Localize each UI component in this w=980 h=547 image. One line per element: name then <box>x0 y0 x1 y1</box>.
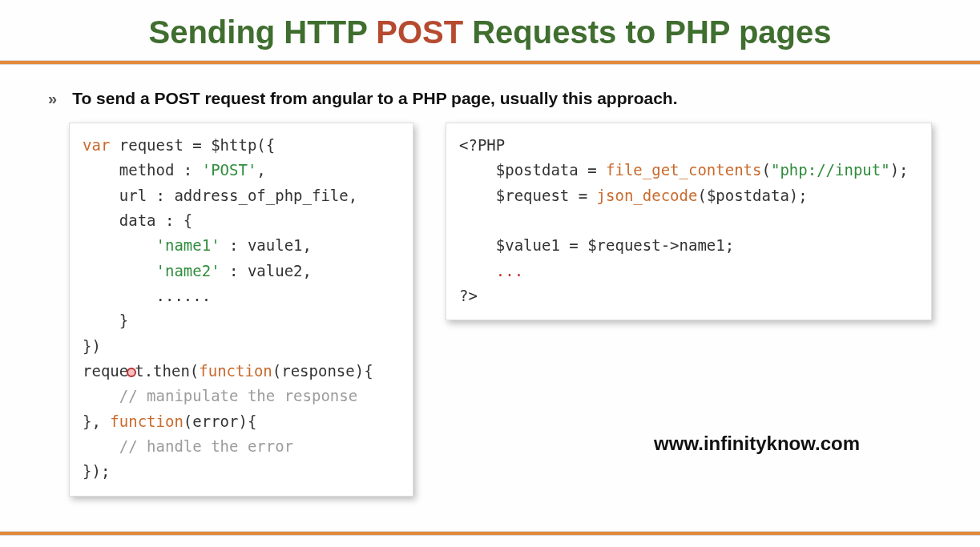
slide: Sending HTTP POST Requests to PHP pages … <box>0 0 980 547</box>
t <box>83 437 119 455</box>
kw-func: function <box>110 412 183 430</box>
t: $value1 = $request->name1; <box>459 236 734 254</box>
code-block-php: <?PHP $postdata = file_get_contents("php… <box>446 123 932 320</box>
dots: ...... <box>83 287 211 304</box>
slide-title: Sending HTTP POST Requests to PHP pages <box>0 0 980 60</box>
t: ($postdata); <box>697 187 807 204</box>
title-part-2: POST <box>376 14 463 50</box>
t: } <box>83 312 128 329</box>
str: "php://input" <box>771 161 890 179</box>
t: reque <box>83 362 128 380</box>
str: 'name2' <box>156 262 220 280</box>
kw-func: function <box>199 362 272 380</box>
title-part-3: Requests to PHP pages <box>463 14 831 50</box>
t: : value2, <box>220 262 312 280</box>
t <box>83 387 119 404</box>
t: request = $http({ <box>110 136 275 154</box>
comment: // handle the error <box>119 437 293 455</box>
t: , <box>256 161 265 179</box>
fn: file_get_contents <box>606 161 761 179</box>
title-part-1: Sending HTTP <box>148 14 376 50</box>
t: (error){ <box>183 412 257 430</box>
t: <?PHP <box>459 136 505 154</box>
comment: // manipulate the response <box>119 387 357 404</box>
t: method : <box>83 161 202 179</box>
dots: ... <box>459 262 523 280</box>
t: $request = <box>459 187 597 204</box>
watermark: www.infinityknow.com <box>654 432 860 455</box>
code-block-js: var request = $http({ method : 'POST', u… <box>69 123 413 497</box>
str: 'POST' <box>202 161 257 179</box>
t: ); <box>890 161 909 179</box>
content-area: » To send a POST request from angular to… <box>0 65 980 497</box>
t: (response){ <box>272 362 373 380</box>
t <box>83 262 156 280</box>
t: }) <box>83 337 101 355</box>
bullet-marker: » <box>48 90 54 108</box>
t: : vaule1, <box>220 236 312 254</box>
t: $postdata = <box>459 161 606 179</box>
str: 'name1' <box>156 236 220 254</box>
t: ?> <box>459 287 478 304</box>
t: data : { <box>83 211 192 229</box>
t: ( <box>762 161 771 179</box>
t: }, <box>83 412 110 430</box>
t: url : address_of_php_file, <box>83 187 357 204</box>
t <box>83 236 156 254</box>
t: }); <box>83 462 110 480</box>
fn: json_decode <box>597 187 698 204</box>
t: t.then( <box>135 362 199 380</box>
bullet-text: To send a POST request from angular to a… <box>72 89 677 108</box>
bullet-line: » To send a POST request from angular to… <box>48 89 932 108</box>
kw-var: var <box>83 136 110 154</box>
bottom-divider <box>0 531 980 536</box>
